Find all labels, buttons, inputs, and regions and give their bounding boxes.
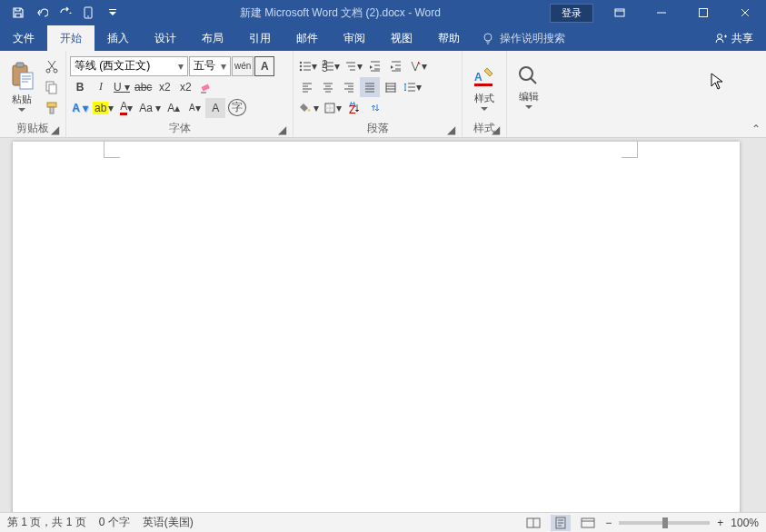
read-mode-button[interactable] bbox=[523, 515, 543, 531]
margin-marker-left bbox=[104, 142, 120, 158]
web-layout-button[interactable] bbox=[578, 515, 598, 531]
show-marks-button[interactable] bbox=[365, 98, 385, 118]
font-color-button[interactable]: A ▾ bbox=[116, 98, 136, 118]
group-font: 等线 (西文正文)▾ 五号▾ wén A B I U ▾ abc x2 x2 A… bbox=[66, 51, 293, 137]
strikethrough-button[interactable]: abc bbox=[133, 77, 154, 97]
decrease-indent-button[interactable] bbox=[365, 56, 385, 76]
svg-text:3: 3 bbox=[322, 62, 328, 73]
align-left-button[interactable] bbox=[297, 77, 317, 97]
redo-button[interactable] bbox=[55, 2, 76, 24]
char-shading-button[interactable]: 字 bbox=[226, 98, 248, 118]
zoom-in-button[interactable]: + bbox=[717, 517, 723, 529]
tab-home[interactable]: 开始 bbox=[47, 25, 95, 51]
grow-font-button[interactable]: A▴ bbox=[164, 98, 184, 118]
tab-review[interactable]: 审阅 bbox=[331, 25, 378, 51]
status-bar: 第 1 页，共 1 页 0 个字 英语(美国) − + 100% bbox=[0, 512, 766, 532]
align-center-button[interactable] bbox=[318, 77, 338, 97]
italic-button[interactable]: I bbox=[91, 77, 111, 97]
phonetic-guide-button[interactable]: wén bbox=[232, 56, 254, 76]
word-count[interactable]: 0 个字 bbox=[99, 515, 130, 530]
svg-rect-13 bbox=[47, 103, 56, 107]
styles-button[interactable]: A 样式 bbox=[466, 53, 502, 121]
clear-formatting-button[interactable] bbox=[196, 77, 216, 97]
change-case-button[interactable]: Aa ▾ bbox=[137, 98, 163, 118]
subscript-button[interactable]: x2 bbox=[154, 77, 174, 97]
tab-file[interactable]: 文件 bbox=[0, 25, 47, 51]
collapse-ribbon-button[interactable]: ⌃ bbox=[751, 123, 761, 135]
clipboard-launcher[interactable]: ◢ bbox=[49, 124, 60, 135]
zoom-out-button[interactable]: − bbox=[605, 517, 612, 529]
maximize-button[interactable] bbox=[682, 0, 724, 25]
highlight-button[interactable]: ab ▾ bbox=[91, 98, 115, 118]
font-launcher[interactable]: ◢ bbox=[276, 124, 287, 135]
numbering-button[interactable]: 123▾ bbox=[320, 56, 342, 76]
tab-help[interactable]: 帮助 bbox=[425, 25, 473, 51]
qat-customize-button[interactable] bbox=[102, 2, 124, 24]
minimize-button[interactable] bbox=[641, 0, 682, 25]
language-status[interactable]: 英语(美国) bbox=[143, 515, 194, 530]
tab-layout[interactable]: 布局 bbox=[189, 25, 236, 51]
close-button[interactable] bbox=[724, 0, 766, 25]
asian-layout-button[interactable]: ▾ bbox=[407, 56, 429, 76]
align-distributed-button[interactable] bbox=[381, 77, 401, 97]
svg-point-18 bbox=[300, 68, 302, 70]
tab-view[interactable]: 视图 bbox=[378, 25, 425, 51]
touch-mode-button[interactable] bbox=[78, 2, 100, 24]
shrink-font-button[interactable]: A▾ bbox=[184, 98, 204, 118]
cut-button[interactable] bbox=[42, 56, 62, 76]
superscript-button[interactable]: x2 bbox=[175, 77, 195, 97]
editing-label: 编辑 bbox=[519, 90, 539, 103]
tell-me-search[interactable]: 操作说明搜索 bbox=[473, 25, 574, 51]
editing-button[interactable]: 编辑 bbox=[511, 53, 547, 121]
bold-button[interactable]: B bbox=[70, 77, 90, 97]
paragraph-launcher[interactable]: ◢ bbox=[445, 124, 456, 135]
quick-access-toolbar bbox=[0, 2, 131, 24]
shading-button[interactable]: ▾ bbox=[297, 98, 321, 118]
tab-design[interactable]: 设计 bbox=[142, 25, 189, 51]
font-name-combo[interactable]: 等线 (西文正文)▾ bbox=[70, 56, 188, 76]
increase-indent-button[interactable] bbox=[386, 56, 406, 76]
zoom-level[interactable]: 100% bbox=[731, 517, 759, 529]
bullets-button[interactable]: ▾ bbox=[297, 56, 319, 76]
svg-point-10 bbox=[54, 69, 57, 73]
text-effects-button[interactable]: A ▾ bbox=[70, 98, 90, 118]
chevron-down-icon bbox=[525, 105, 532, 109]
character-border-button[interactable]: A bbox=[254, 56, 274, 76]
underline-button[interactable]: U ▾ bbox=[112, 77, 132, 97]
svg-rect-12 bbox=[49, 84, 56, 94]
styles-icon: A bbox=[471, 63, 498, 90]
save-button[interactable] bbox=[7, 2, 29, 24]
tab-insert[interactable]: 插入 bbox=[95, 25, 142, 51]
share-label: 共享 bbox=[731, 31, 753, 46]
font-size-combo[interactable]: 五号▾ bbox=[189, 56, 231, 76]
tab-references[interactable]: 引用 bbox=[236, 25, 284, 51]
copy-button[interactable] bbox=[42, 77, 62, 97]
sort-button[interactable]: AZ bbox=[344, 98, 364, 118]
svg-text:A: A bbox=[474, 71, 482, 84]
login-button[interactable]: 登录 bbox=[550, 4, 593, 23]
lightbulb-icon bbox=[482, 32, 494, 44]
styles-label: 样式 bbox=[474, 92, 494, 105]
zoom-slider[interactable] bbox=[619, 521, 710, 525]
share-button[interactable]: 共享 bbox=[702, 25, 766, 51]
align-justify-button[interactable] bbox=[360, 77, 380, 97]
editing-group-label bbox=[511, 121, 547, 135]
svg-point-4 bbox=[484, 34, 492, 41]
styles-launcher[interactable]: ◢ bbox=[490, 124, 501, 135]
ribbon-options-button[interactable] bbox=[599, 0, 641, 25]
page-count[interactable]: 第 1 页，共 1 页 bbox=[7, 515, 86, 530]
svg-point-27 bbox=[520, 67, 532, 80]
document-page[interactable] bbox=[13, 142, 740, 512]
borders-button[interactable]: ▾ bbox=[322, 98, 343, 118]
paste-button[interactable]: 粘贴 bbox=[4, 53, 40, 121]
align-right-button[interactable] bbox=[339, 77, 359, 97]
undo-button[interactable] bbox=[31, 2, 53, 24]
document-area[interactable] bbox=[0, 138, 766, 512]
line-spacing-button[interactable]: ▾ bbox=[402, 77, 423, 97]
enclose-char-button[interactable]: A bbox=[205, 98, 225, 118]
tab-mail[interactable]: 邮件 bbox=[284, 25, 331, 51]
multilevel-list-button[interactable]: ▾ bbox=[343, 56, 364, 76]
svg-point-16 bbox=[300, 61, 302, 63]
format-painter-button[interactable] bbox=[42, 98, 62, 118]
print-layout-button[interactable] bbox=[551, 515, 571, 531]
